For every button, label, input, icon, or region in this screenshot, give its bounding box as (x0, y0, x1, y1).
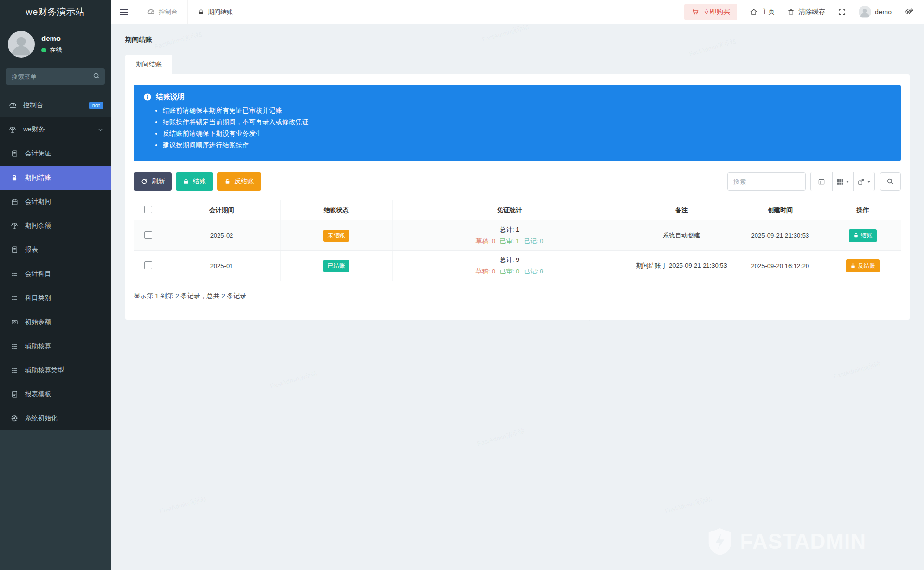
hot-badge: hot (89, 102, 103, 109)
voucher-total: 总计: 1 (395, 225, 625, 234)
draft-count: 草稿: 0 (476, 268, 495, 275)
user-menu[interactable]: demo (859, 6, 892, 18)
column-header[interactable]: 操作 (824, 200, 901, 220)
clear-cache-link[interactable]: 清除缓存 (787, 8, 825, 16)
tab-dashboard[interactable]: 控制台 (137, 0, 188, 24)
sidebar-item-system-init[interactable]: 系统初始化 (0, 406, 111, 430)
period-cell: 2025-01 (163, 251, 281, 281)
avatar (8, 31, 35, 58)
row-checkbox[interactable] (144, 261, 152, 269)
column-header[interactable]: 备注 (627, 200, 736, 220)
sidebar-item-initial-balance[interactable]: 初始余额 (0, 310, 111, 334)
sidebar-item-vouchers[interactable]: 会计凭证 (0, 142, 111, 166)
list-icon (10, 367, 19, 374)
user-status: 在线 (50, 46, 62, 54)
status-badge: 已结账 (323, 260, 349, 272)
settings-cogs-icon[interactable] (904, 8, 913, 16)
sidebar-menu: 控制台 hot we财务 会计凭证 (0, 93, 111, 430)
file-icon (10, 246, 19, 254)
notice-item: 结账操作将锁定当前期间，不可再录入或修改凭证 (163, 118, 891, 127)
unlock-icon (850, 263, 856, 269)
sidebar: we财务演示站 demo 在线 (0, 0, 111, 570)
menu-search (6, 68, 105, 85)
avatar (859, 6, 871, 18)
period-cell: 2025-02 (163, 220, 281, 251)
columns-dropdown-button[interactable] (832, 172, 853, 191)
page-title: 期间结账 (111, 24, 924, 44)
reopen-period-button[interactable]: 反结账 (217, 172, 261, 191)
home-link[interactable]: 主页 (750, 8, 775, 16)
created-cell: 2025-09-20 16:12:20 (736, 251, 824, 281)
fullscreen-icon[interactable] (838, 8, 846, 16)
select-all-checkbox[interactable] (144, 206, 152, 213)
notice-item: 结账前请确保本期所有凭证已审核并记账 (163, 106, 891, 115)
table-view-buttons (810, 172, 875, 191)
user-panel: demo 在线 (0, 24, 111, 64)
table-search (727, 172, 806, 191)
close-period-button[interactable]: 结账 (176, 172, 213, 191)
sidebar-item-aux-types[interactable]: 辅助核算类型 (0, 358, 111, 382)
remark-cell: 期间结账于 2025-09-21 21:30:53 (627, 251, 736, 281)
content-panel: 结账说明 结账前请确保本期所有凭证已审核并记账 结账操作将锁定当前期间，不可再录… (125, 74, 910, 320)
sidebar-item-period-balance[interactable]: 期间余额 (0, 214, 111, 238)
column-header[interactable]: 创建时间 (736, 200, 824, 220)
sidebar-item-reports[interactable]: 报表 (0, 238, 111, 262)
close-period-row-button[interactable]: 结账 (849, 229, 877, 242)
sidebar-group-finance: we财务 会计凭证 期间结账 (0, 117, 111, 430)
content-tab-period-closing[interactable]: 期间结账 (125, 55, 172, 74)
menu-search-input[interactable] (6, 68, 105, 85)
row-checkbox[interactable] (144, 231, 152, 239)
toggle-view-button[interactable] (811, 172, 832, 191)
refresh-button[interactable]: 刷新 (134, 172, 172, 191)
gear-icon (10, 415, 19, 422)
status-badge: 未结账 (323, 230, 349, 242)
app-logo[interactable]: we财务演示站 (0, 0, 111, 24)
lock-icon (10, 174, 19, 181)
home-icon (750, 8, 757, 15)
sidebar-item-period-closing[interactable]: 期间结账 (0, 166, 111, 190)
audited-count: 已审: 0 (500, 268, 519, 275)
sidebar-item-aux-accounting[interactable]: 辅助核算 (0, 334, 111, 358)
export-dropdown-button[interactable] (853, 172, 874, 191)
advanced-search-button[interactable] (880, 172, 901, 191)
caret-down-icon (867, 181, 871, 183)
table-row[interactable]: 2025-02 未结账 总计: 1 草稿: 0 已审: 1 已记: 0 系统自动… (134, 220, 901, 251)
sidebar-item-finance[interactable]: we财务 (0, 117, 111, 142)
remark-cell: 系统自动创建 (627, 220, 736, 251)
dashboard-icon (8, 102, 17, 110)
dashboard-icon (147, 8, 155, 16)
tab-period-closing[interactable]: 期间结账 (188, 0, 243, 24)
list-icon (10, 271, 19, 277)
draft-count: 草稿: 0 (476, 237, 495, 245)
reopen-period-row-button[interactable]: 反结账 (846, 259, 880, 272)
notice-item: 反结账前请确保下期没有业务发生 (163, 130, 891, 138)
unlock-icon (224, 179, 231, 185)
menu-toggle-icon[interactable] (111, 8, 137, 16)
trash-icon (787, 8, 795, 15)
notice-title: 结账说明 (156, 92, 185, 102)
search-icon[interactable] (93, 72, 100, 79)
table-toolbar: 刷新 结账 反结账 (134, 172, 901, 191)
sidebar-item-subjects[interactable]: 会计科目 (0, 262, 111, 286)
table-row[interactable]: 2025-01 已结账 总计: 9 草稿: 0 已审: 0 已记: 9 期间结账… (134, 251, 901, 281)
created-cell: 2025-09-21 21:30:53 (736, 220, 824, 251)
column-header[interactable]: 结账状态 (280, 200, 392, 220)
column-header[interactable]: 凭证统计 (392, 200, 627, 220)
column-header[interactable]: 会计期间 (163, 200, 281, 220)
refresh-icon (141, 178, 148, 185)
chevron-down-icon (98, 127, 103, 132)
caret-down-icon (846, 181, 849, 183)
calendar-icon (10, 198, 19, 206)
buy-now-button[interactable]: 立即购买 (684, 4, 737, 20)
notice-item: 建议按期间顺序进行结账操作 (163, 141, 891, 150)
sidebar-item-report-templates[interactable]: 报表模板 (0, 382, 111, 406)
sidebar-item-periods[interactable]: 会计期间 (0, 190, 111, 214)
file-icon (10, 150, 19, 157)
sidebar-item-subject-categories[interactable]: 科目类别 (0, 286, 111, 310)
table-search-input[interactable] (727, 172, 806, 191)
lock-icon (183, 179, 189, 185)
money-icon (10, 319, 19, 325)
sidebar-item-dashboard[interactable]: 控制台 hot (0, 93, 111, 117)
user-name: demo (41, 34, 62, 42)
audited-count: 已审: 1 (500, 237, 519, 245)
